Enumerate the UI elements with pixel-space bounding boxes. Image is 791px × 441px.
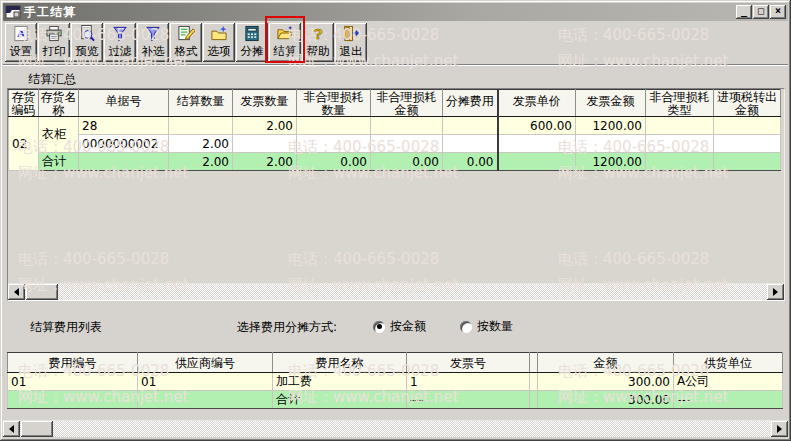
toolbar-button[interactable]: 格式 [170, 23, 202, 62]
cell[interactable]: 0.00 [443, 153, 498, 171]
toolbar-button[interactable]: 选项 [203, 23, 235, 62]
scroll-thumb[interactable] [21, 421, 53, 437]
column-header[interactable]: 费用名称 [273, 353, 407, 373]
toolbar-button[interactable]: 结算 [269, 23, 301, 62]
cell[interactable] [138, 391, 273, 409]
cell[interactable] [8, 391, 138, 409]
cell[interactable]: 300.00 [538, 391, 674, 409]
toolbar-button[interactable]: ?帮助 [302, 23, 334, 62]
cell[interactable] [646, 117, 714, 135]
cell[interactable] [714, 135, 781, 153]
cell[interactable] [79, 153, 169, 171]
cell[interactable]: 01 [8, 373, 138, 391]
toolbar-button[interactable]: A设置 [5, 23, 37, 62]
column-header[interactable]: 供应商编号 [138, 353, 273, 373]
toolbar-button[interactable]: 分摊 [236, 23, 268, 62]
cell[interactable] [443, 117, 498, 135]
column-header[interactable]: 结算数量 [169, 90, 233, 117]
cell[interactable] [646, 153, 714, 171]
scroll-left-button[interactable] [8, 284, 25, 300]
column-header[interactable]: 发票单价 [498, 90, 576, 117]
cell[interactable] [371, 135, 443, 153]
cell[interactable]: 28 [79, 117, 169, 135]
column-header[interactable]: 发票金额 [576, 90, 646, 117]
toolbar-button[interactable]: 过滤 [104, 23, 136, 62]
column-header[interactable] [530, 353, 538, 373]
window-title: 手工结算 [24, 4, 76, 21]
cell[interactable]: 01 [138, 373, 273, 391]
column-header[interactable]: 发票数量 [233, 90, 297, 117]
cell[interactable]: 2.00 [233, 117, 297, 135]
fee-table: 费用编号供应商编号费用名称发票号金额供货单位0101加工费1300.00A公司合… [7, 352, 785, 409]
radio-icon[interactable] [373, 321, 385, 333]
arrow-left-icon [10, 288, 19, 296]
cell[interactable]: 2.00 [169, 135, 233, 153]
cell[interactable] [297, 135, 371, 153]
column-header[interactable]: 存货名 称 [39, 90, 79, 117]
cell[interactable]: 300.00 [538, 373, 674, 391]
cell[interactable] [530, 391, 538, 409]
cell[interactable]: 2.00 [169, 153, 233, 171]
cell[interactable] [498, 135, 576, 153]
cell[interactable] [498, 153, 576, 171]
column-header[interactable]: 非合理损耗 金额 [371, 90, 443, 117]
cell[interactable] [646, 135, 714, 153]
column-header[interactable]: 发票号 [407, 353, 530, 373]
cell[interactable]: 0000000002 [79, 135, 169, 153]
window-h-scrollbar[interactable] [3, 420, 788, 437]
summary-grid-panel: 存货 编码存货名 称单据号结算数量发票数量非合理损耗 数量非合理损耗 金额分摊费… [7, 88, 785, 301]
column-header[interactable]: 非合理损耗 类型 [646, 90, 714, 117]
column-header[interactable]: 费用编号 [8, 353, 138, 373]
column-header[interactable]: 单据号 [79, 90, 169, 117]
cell[interactable]: 02 [9, 117, 39, 171]
radio-option[interactable]: 按金额 [373, 318, 426, 335]
minimize-button[interactable]: _ [736, 5, 752, 19]
maximize-button[interactable]: □ [753, 5, 769, 19]
cell[interactable] [443, 135, 498, 153]
toolbar-button-label: 退出 [340, 45, 363, 58]
toolbar-button[interactable]: 补选 [137, 23, 169, 62]
scroll-right-button[interactable] [767, 284, 784, 300]
titlebar[interactable]: 手工结算 _ □ × [3, 3, 788, 21]
cell[interactable]: A公司 [674, 373, 783, 391]
cell[interactable] [714, 117, 781, 135]
arrow-right-icon [777, 425, 786, 433]
cell[interactable]: 0.00 [297, 153, 371, 171]
column-header[interactable]: 金额 [538, 353, 674, 373]
toolbar-button[interactable]: 打印 [38, 23, 70, 62]
cell[interactable]: 加工费 [273, 373, 407, 391]
cell[interactable] [576, 135, 646, 153]
cell[interactable]: 合计 [39, 153, 79, 171]
close-button[interactable]: × [770, 5, 786, 19]
radio-option[interactable]: 按数量 [460, 318, 513, 335]
cell[interactable]: 2.00 [233, 153, 297, 171]
cell[interactable]: 0.00 [371, 153, 443, 171]
cell[interactable] [233, 135, 297, 153]
column-header[interactable]: 存货 编码 [9, 90, 39, 117]
toolbar-button[interactable]: 退出 [335, 23, 367, 62]
cell[interactable] [169, 117, 233, 135]
toolbar-button-label: 打印 [43, 45, 66, 58]
cell[interactable]: 合计 [273, 391, 407, 409]
column-header[interactable]: 分摊费用 [443, 90, 498, 117]
column-header[interactable]: 供货单位 [674, 353, 783, 373]
cell[interactable]: 1 [407, 373, 530, 391]
cell[interactable]: 600.00 [498, 117, 576, 135]
cell[interactable]: 衣柜 [39, 117, 79, 153]
column-header[interactable]: 非合理损耗 数量 [297, 90, 371, 117]
summary-h-scrollbar[interactable] [8, 283, 784, 300]
cell[interactable]: 1200.00 [576, 117, 646, 135]
cell[interactable] [297, 117, 371, 135]
column-header[interactable]: 进项税转出 金额 [714, 90, 781, 117]
toolbar-button[interactable]: 预览 [71, 23, 103, 62]
scroll-left-button[interactable] [3, 421, 20, 437]
scroll-thumb[interactable] [26, 284, 58, 300]
cell[interactable] [714, 153, 781, 171]
cell[interactable]: --- [407, 391, 530, 409]
cell[interactable]: --- [674, 391, 783, 409]
cell[interactable] [530, 373, 538, 391]
scroll-right-button[interactable] [771, 421, 788, 437]
cell[interactable]: 1200.00 [576, 153, 646, 171]
radio-icon[interactable] [460, 321, 472, 333]
cell[interactable] [371, 117, 443, 135]
